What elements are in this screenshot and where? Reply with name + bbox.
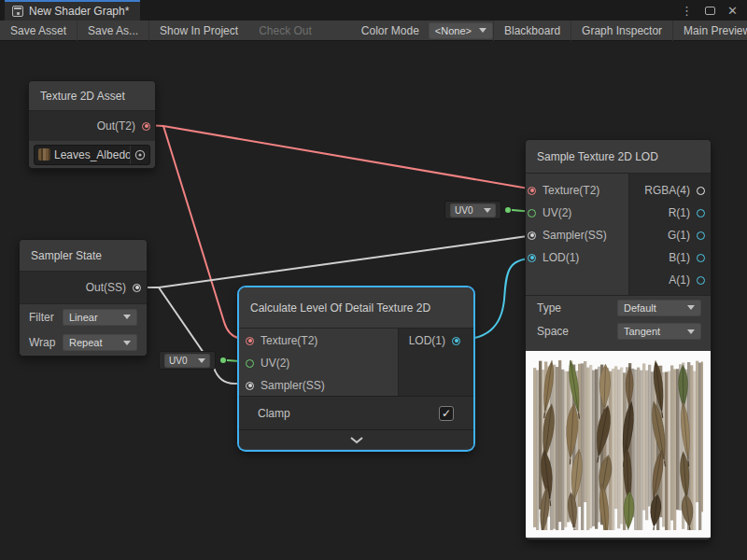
port-out-lod[interactable]: [452, 337, 460, 345]
graph-canvas[interactable]: Texture 2D Asset Out(T2) Leaves_Albedo S…: [0, 42, 747, 560]
main-preview-toggle-button[interactable]: Main Preview: [673, 21, 747, 41]
port-label-rgba: RGBA(4): [644, 184, 690, 197]
port-label-lod-out: LOD(1): [409, 334, 445, 347]
port-label-sampler: Sampler(SS): [261, 379, 325, 392]
object-picker-icon[interactable]: [130, 146, 149, 164]
caret-down-icon: [479, 28, 486, 33]
show-in-project-button[interactable]: Show In Project: [149, 21, 248, 41]
caret-down-icon: [123, 341, 131, 345]
uv-channel-value: UV0: [455, 205, 472, 216]
port-out-r[interactable]: [697, 209, 705, 217]
graph-inspector-toggle-button[interactable]: Graph Inspector: [571, 21, 672, 41]
caret-down-icon: [198, 358, 205, 363]
uv0-connector-dot: [220, 357, 226, 363]
collapse-node-button[interactable]: [239, 429, 473, 449]
port-out-rgba[interactable]: [697, 187, 705, 195]
port-label-texture: Texture(T2): [543, 184, 599, 197]
type-value: Default: [624, 302, 656, 314]
uv-channel-widget: UV0: [444, 201, 501, 219]
type-dropdown[interactable]: Default: [617, 300, 701, 316]
kebab-menu-icon[interactable]: ⋮: [681, 5, 693, 17]
caret-down-icon: [123, 315, 131, 319]
filter-value: Linear: [69, 312, 98, 323]
space-label: Space: [537, 325, 569, 338]
color-mode-value: <None>: [435, 25, 472, 36]
port-label-g: G(1): [668, 229, 690, 242]
filter-dropdown[interactable]: Linear: [63, 309, 137, 326]
port-in-texture[interactable]: [528, 187, 536, 195]
tab-bar: New Shader Graph* ⋮ ✕: [0, 0, 747, 21]
port-label-uv: UV(2): [261, 357, 289, 370]
edge-samplerstate-to-samplelod: [136, 235, 534, 287]
clamp-label: Clamp: [258, 407, 290, 420]
node-title[interactable]: Sample Texture 2D LOD: [526, 140, 711, 174]
uv-channel-widget: UV0: [159, 351, 216, 370]
node-sample-texture-2d-lod[interactable]: Sample Texture 2D LOD Texture(T2) UV(2) …: [525, 139, 712, 540]
uv-channel-value: UV0: [169, 356, 187, 366]
toolbar-right-group: Blackboard Graph Inspector Main Preview: [493, 21, 747, 41]
port-in-lod[interactable]: [528, 254, 536, 262]
texture-thumbnail-icon: [38, 148, 50, 161]
tab-title: New Shader Graph*: [29, 5, 129, 18]
wrap-value: Repeat: [69, 337, 102, 348]
texture-object-field[interactable]: Leaves_Albedo: [34, 145, 150, 165]
clamp-row: Clamp ✓: [239, 396, 473, 429]
uv0-connector-dot: [505, 207, 511, 213]
port-label-out-t2: Out(T2): [97, 119, 135, 133]
check-out-button: Check Out: [248, 21, 322, 41]
port-label-lod: LOD(1): [543, 251, 579, 264]
space-value: Tangent: [624, 326, 660, 337]
port-out-ss[interactable]: [133, 284, 141, 292]
port-label-b: B(1): [669, 251, 690, 264]
save-asset-button[interactable]: Save Asset: [0, 21, 77, 41]
port-in-sampler[interactable]: [528, 231, 536, 240]
chevron-down-icon: [349, 436, 364, 444]
close-icon[interactable]: ✕: [727, 5, 738, 17]
color-mode-dropdown[interactable]: <None>: [429, 22, 493, 39]
node-title[interactable]: Calculate Level Of Detail Texture 2D: [239, 287, 473, 329]
node-title[interactable]: Texture 2D Asset: [29, 81, 155, 111]
port-in-sampler[interactable]: [246, 382, 254, 390]
window-controls: ⋮ ✕: [681, 0, 747, 21]
wrap-label: Wrap: [29, 336, 55, 349]
clamp-checkbox[interactable]: ✓: [439, 406, 454, 421]
port-label-texture: Texture(T2): [261, 334, 317, 347]
node-sampler-state[interactable]: Sampler State Out(SS) Filter Linear Wrap…: [19, 239, 148, 357]
texture-field-value: Leaves_Albedo: [54, 148, 130, 161]
caret-down-icon: [484, 208, 491, 213]
uv-channel-dropdown[interactable]: UV0: [450, 203, 496, 217]
tab-new-shader-graph[interactable]: New Shader Graph*: [5, 0, 140, 21]
node-preview-leaves-texture: [526, 351, 711, 538]
space-dropdown[interactable]: Tangent: [617, 323, 701, 340]
port-out-b[interactable]: [697, 254, 705, 262]
toolbar: Save Asset Save As... Show In Project Ch…: [0, 21, 747, 41]
blackboard-toggle-button[interactable]: Blackboard: [494, 21, 571, 41]
save-as-button[interactable]: Save As...: [78, 21, 148, 41]
port-in-uv[interactable]: [246, 359, 254, 368]
port-in-texture[interactable]: [246, 337, 254, 345]
port-out-a[interactable]: [697, 276, 705, 285]
edge-textureasset-to-samplelod: [146, 125, 534, 189]
port-label-out-ss: Out(SS): [86, 281, 126, 294]
shader-graph-window: New Shader Graph* ⋮ ✕ Save Asset Save As…: [0, 0, 747, 560]
port-label-sampler: Sampler(SS): [543, 229, 607, 242]
wrap-dropdown[interactable]: Repeat: [63, 334, 137, 351]
port-in-uv[interactable]: [528, 209, 536, 217]
port-out-t2[interactable]: [142, 122, 150, 131]
type-label: Type: [537, 301, 561, 315]
uv-channel-dropdown[interactable]: UV0: [164, 354, 210, 368]
shader-graph-icon: [12, 6, 23, 17]
node-texture-2d-asset[interactable]: Texture 2D Asset Out(T2) Leaves_Albedo: [28, 80, 156, 169]
port-label-r: R(1): [669, 206, 690, 219]
filter-label: Filter: [29, 311, 54, 324]
maximize-icon[interactable]: [705, 7, 715, 15]
port-label-uv: UV(2): [543, 206, 571, 219]
port-label-a: A(1): [669, 273, 690, 287]
caret-down-icon: [687, 329, 695, 334]
port-out-g[interactable]: [697, 231, 705, 240]
node-calculate-lod-texture2d[interactable]: Calculate Level Of Detail Texture 2D Tex…: [238, 287, 474, 451]
caret-down-icon: [687, 305, 695, 310]
node-title[interactable]: Sampler State: [20, 240, 147, 272]
color-mode-label: Color Mode: [356, 24, 425, 37]
